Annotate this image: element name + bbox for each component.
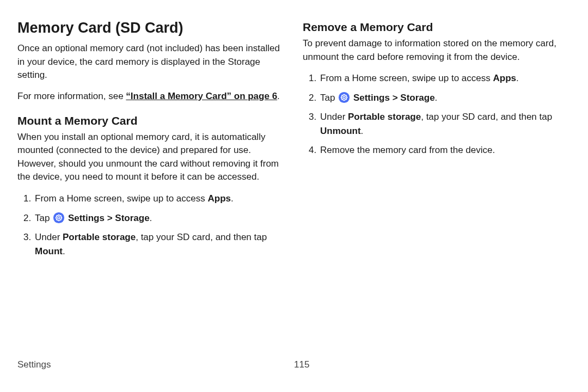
moreinfo-link[interactable]: “Install a Memory Card” on page 6 bbox=[126, 91, 277, 101]
list-item: Tap Settings > Storage. bbox=[319, 91, 571, 105]
mount-intro: When you install an optional memory card… bbox=[17, 131, 285, 185]
moreinfo-prefix: For more information, see bbox=[17, 91, 126, 101]
footer-page-number: 115 bbox=[294, 359, 309, 370]
settings-gear-icon bbox=[338, 91, 350, 103]
svg-line-7 bbox=[60, 216, 61, 216]
list-item: From a Home screen, swipe up to access A… bbox=[34, 192, 285, 206]
heading-memory-card: Memory Card (SD Card) bbox=[17, 20, 285, 36]
list-item: Under Portable storage, tap your SD card… bbox=[319, 110, 571, 138]
list-item: From a Home screen, swipe up to access A… bbox=[319, 71, 571, 85]
heading-remove: Remove a Memory Card bbox=[303, 21, 571, 34]
list-item: Tap Settings > Storage. bbox=[34, 211, 285, 225]
settings-gear-icon bbox=[53, 212, 65, 224]
left-column: Memory Card (SD Card) Once an optional m… bbox=[17, 16, 285, 348]
svg-point-11 bbox=[339, 92, 350, 103]
remove-intro: To prevent damage to information stored … bbox=[303, 37, 571, 64]
footer-section: Settings bbox=[17, 359, 294, 370]
svg-line-10 bbox=[60, 219, 61, 220]
mount-steps: From a Home screen, swipe up to access A… bbox=[17, 192, 285, 258]
moreinfo-paragraph: For more information, see “Install a Mem… bbox=[17, 90, 285, 103]
page-content: Memory Card (SD Card) Once an optional m… bbox=[0, 0, 588, 359]
svg-line-9 bbox=[57, 216, 57, 216]
intro-paragraph: Once an optional memory card (not includ… bbox=[17, 42, 285, 82]
svg-line-19 bbox=[342, 100, 342, 100]
svg-line-21 bbox=[346, 100, 346, 100]
page-footer: Settings 115 bbox=[0, 359, 588, 370]
heading-mount: Mount a Memory Card bbox=[17, 114, 285, 127]
moreinfo-suffix: . bbox=[277, 91, 280, 101]
list-item: Under Portable storage, tap your SD card… bbox=[34, 230, 285, 258]
remove-steps: From a Home screen, swipe up to access A… bbox=[303, 71, 571, 157]
svg-line-20 bbox=[342, 95, 342, 96]
svg-line-8 bbox=[57, 219, 57, 220]
svg-line-18 bbox=[346, 95, 346, 96]
list-item: Remove the memory card from the device. bbox=[319, 143, 571, 157]
right-column: Remove a Memory Card To prevent damage t… bbox=[303, 16, 571, 348]
